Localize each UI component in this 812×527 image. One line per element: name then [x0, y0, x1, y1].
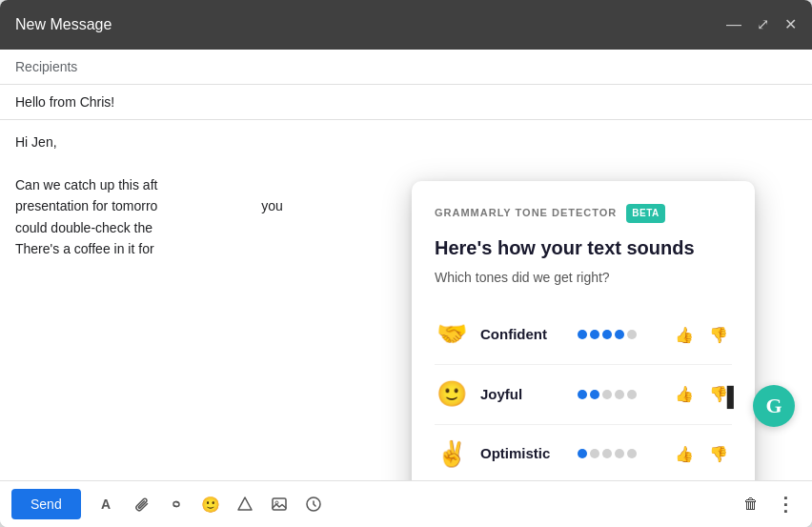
grammarly-title: Here's how your text sounds [435, 233, 732, 263]
more-options-icon[interactable] [298, 489, 329, 519]
dot [590, 390, 599, 399]
dot [578, 390, 587, 399]
dot [578, 449, 587, 458]
drive-icon[interactable] [230, 489, 260, 519]
optimistic-feedback: 👍 👎 [671, 443, 732, 465]
tone-row-confident: 🤝 Confident 👍 👎 [435, 305, 732, 365]
dot [627, 330, 637, 339]
thumbs-up-confident[interactable]: 👍 [671, 324, 698, 346]
grammarly-g-button[interactable]: G [753, 385, 795, 427]
thumbs-down-optimistic[interactable]: 👎 [705, 443, 732, 465]
svg-marker-1 [238, 497, 252, 510]
link-icon[interactable] [161, 489, 192, 519]
recipients-row[interactable]: Recipients [0, 50, 812, 85]
confident-emoji: 🤝 [435, 314, 469, 355]
toolbar-right: 🗑 ⋮ [736, 489, 801, 519]
title-bar: New Message — ⤢ ✕ [0, 0, 812, 50]
confident-label: Confident [480, 323, 566, 346]
joyful-dots [578, 390, 660, 399]
dot [615, 449, 624, 458]
minimize-icon[interactable]: — [726, 17, 741, 32]
compose-window: New Message — ⤢ ✕ Recipients Hello from … [0, 0, 812, 527]
joyful-feedback: 👍 👎 [671, 383, 732, 405]
send-button[interactable]: Send [11, 489, 81, 519]
dot [602, 449, 612, 458]
thumbs-up-joyful[interactable]: 👍 [671, 383, 698, 405]
dot [615, 330, 624, 339]
grammarly-subtitle: Which tones did we get right? [435, 267, 732, 288]
dot [627, 390, 637, 399]
dot [627, 449, 637, 458]
emoji-icon[interactable]: 🙂 [195, 489, 226, 519]
svg-rect-2 [273, 498, 286, 510]
window-title: New Message [15, 16, 112, 33]
recipients-label: Recipients [15, 59, 77, 74]
confident-feedback: 👍 👎 [671, 324, 732, 346]
subject-row[interactable]: Hello from Chris! [0, 85, 812, 120]
dot [602, 330, 612, 339]
photo-icon[interactable] [264, 489, 294, 519]
joyful-label: Joyful [480, 383, 566, 406]
svg-text:A: A [101, 497, 111, 512]
dot [578, 330, 587, 339]
compose-toolbar: Send A 🙂 [0, 480, 812, 527]
dot [590, 330, 599, 339]
confident-dots [578, 330, 660, 339]
subject-text: Hello from Chris! [15, 94, 114, 110]
optimistic-dots [578, 449, 660, 458]
grammarly-g-icon: G [765, 389, 782, 422]
grammarly-tone-popup: GRAMMARLY TONE DETECTOR BETA Here's how … [412, 181, 755, 480]
font-format-icon[interactable]: A [92, 489, 123, 519]
joyful-emoji: 🙂 [435, 375, 469, 415]
optimistic-emoji: ✌️ [435, 435, 469, 475]
more-menu-icon[interactable]: ⋮ [770, 489, 801, 519]
grammarly-label: GRAMMARLY TONE DETECTOR [435, 205, 617, 222]
close-icon[interactable]: ✕ [784, 17, 797, 32]
attach-icon[interactable] [127, 489, 157, 519]
thumbs-up-optimistic[interactable]: 👍 [671, 443, 698, 465]
tone-row-optimistic: ✌️ Optimistic 👍 👎 [435, 425, 732, 480]
grammarly-header: GRAMMARLY TONE DETECTOR BETA [435, 204, 732, 223]
delete-icon[interactable]: 🗑 [736, 489, 766, 519]
dot [602, 390, 612, 399]
thumbs-down-confident[interactable]: 👎 [705, 324, 732, 346]
dot [615, 390, 624, 399]
cursor-indicator: ▌ [727, 381, 741, 412]
body-greeting: Hi Jen, [15, 132, 797, 152]
beta-badge: BETA [626, 204, 664, 223]
optimistic-label: Optimistic [480, 442, 566, 465]
maximize-icon[interactable]: ⤢ [757, 17, 769, 32]
tone-row-joyful: 🙂 Joyful 👍 👎 [435, 365, 732, 425]
compose-body[interactable]: Hi Jen, Can we catch up this aft present… [0, 120, 812, 480]
title-bar-actions: — ⤢ ✕ [726, 17, 797, 32]
dot [590, 449, 599, 458]
